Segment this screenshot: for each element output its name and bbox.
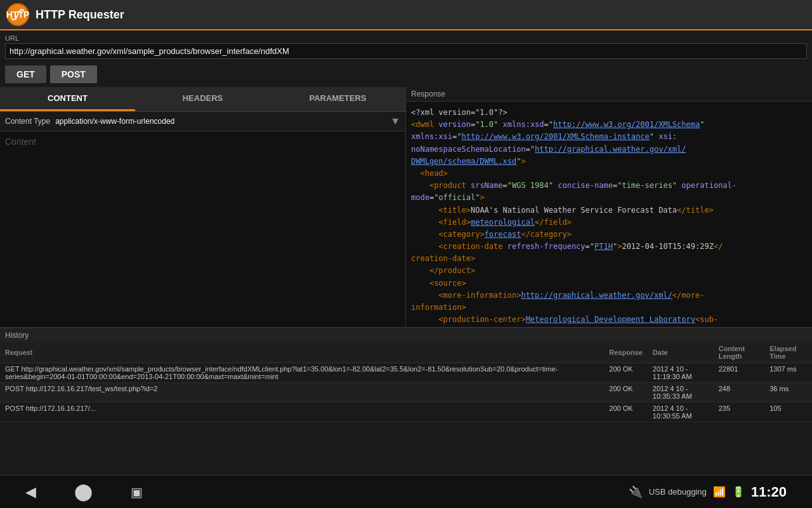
response-xml: <?xml version="1.0"?> <dwml version="1.0… [411,107,807,327]
table-row[interactable]: POST http://172.16.16.217/test_ws/test.p… [0,383,812,403]
method-row: GET POST [0,62,812,87]
usb-label: USB debugging [649,487,707,497]
cell-response: 200 OK [604,403,648,422]
col-date: Date [648,342,714,363]
content-type-value: application/x-www-form-urlencoded [55,117,390,126]
col-response: Response [604,342,648,363]
cell-elapsed-time: 36 ms [764,383,812,403]
get-button[interactable]: GET [5,65,46,83]
cell-date: 2012 4 10 - 10:35:33 AM [648,383,714,403]
history-title: History [0,328,812,342]
cell-request: POST http://172.16.16.217/test_ws/test.p… [0,383,604,403]
cell-content-length: 235 [714,403,765,422]
cell-request: GET http://graphical.weather.gov/xml/sam… [0,363,604,383]
col-content-length: Content Length [714,342,765,363]
history-section: History Request Response Date Content Le… [0,327,812,467]
cell-request: POST http://172.16.16.217/... [0,403,604,422]
tabs-row: CONTENT HEADERS PARAMETERS [0,87,405,112]
cell-response: 200 OK [604,383,648,403]
battery-icon: 🔋 [732,486,745,498]
post-button[interactable]: POST [50,65,97,83]
content-placeholder: Content [5,137,36,147]
history-table: Request Response Date Content Length Ela… [0,342,812,422]
cell-content-length: 248 [714,383,765,403]
table-row[interactable]: POST http://172.16.16.217/... 200 OK 201… [0,403,812,422]
col-request: Request [0,342,604,363]
cell-elapsed-time: 105 [764,403,812,422]
panels-row: CONTENT HEADERS PARAMETERS Content Type … [0,87,812,327]
response-label: Response [406,87,812,102]
recents-button[interactable]: ▣ [131,485,143,500]
app-logo-icon: HTTP [6,3,29,26]
content-type-dropdown-icon[interactable]: ▼ [390,116,400,127]
table-row[interactable]: GET http://graphical.weather.gov/xml/sam… [0,363,812,383]
tab-content[interactable]: CONTENT [0,87,135,111]
cell-elapsed-time: 1307 ms [764,363,812,383]
cell-response: 200 OK [604,363,648,383]
history-tbody: GET http://graphical.weather.gov/xml/sam… [0,363,812,422]
content-area[interactable]: Content [0,131,405,327]
url-row: URL [0,30,812,62]
content-type-label: Content Type [5,117,50,126]
home-button[interactable]: ⬤ [74,482,93,502]
clock: 11:20 [751,484,787,500]
url-label: URL [5,34,807,42]
cell-date: 2012 4 10 - 11:19:30 AM [648,363,714,383]
response-wrapper: Response <?xml version="1.0"?> <dwml ver… [406,87,812,327]
usb-icon: 🔌 [629,485,643,499]
back-button[interactable]: ◀ [25,484,36,500]
app-title: HTTP Requester [36,8,124,22]
nav-bar: ◀ ⬤ ▣ 🔌 USB debugging 📶 🔋 11:20 [0,475,812,508]
signal-icon: 📶 [713,486,726,498]
tab-headers[interactable]: HEADERS [135,87,270,111]
content-type-row: Content Type application/x-www-form-urle… [0,112,405,131]
col-elapsed-time: Elapsed Time [764,342,812,363]
cell-date: 2012 4 10 - 10:30:55 AM [648,403,714,422]
cell-content-length: 22801 [714,363,765,383]
top-bar: HTTP HTTP Requester [0,0,812,30]
status-bar-right: 🔌 USB debugging 📶 🔋 11:20 [629,484,787,500]
url-input[interactable] [5,43,807,59]
response-panel[interactable]: <?xml version="1.0"?> <dwml version="1.0… [406,102,812,327]
tab-parameters[interactable]: PARAMETERS [270,87,405,111]
left-panel: CONTENT HEADERS PARAMETERS Content Type … [0,87,406,327]
